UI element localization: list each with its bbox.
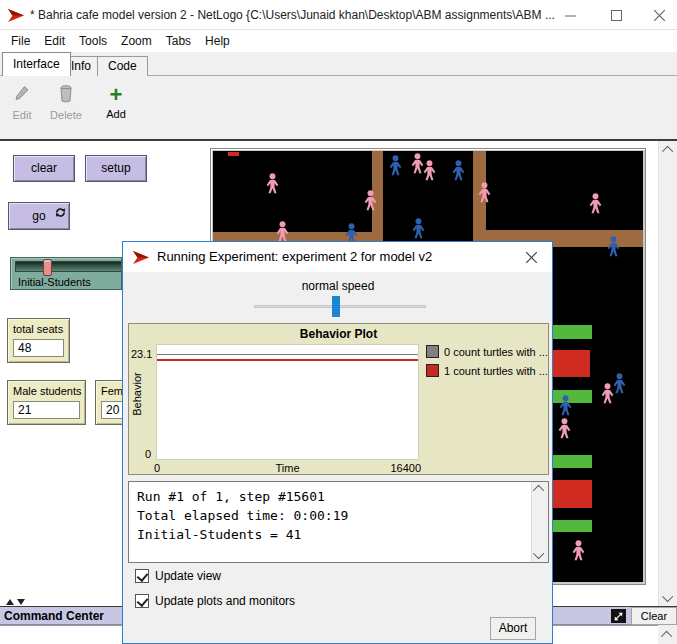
- plot-ytick-min: 0: [145, 448, 151, 460]
- command-center-splitter[interactable]: [6, 598, 36, 606]
- menu-edit[interactable]: Edit: [37, 30, 72, 52]
- close-button[interactable]: [641, 0, 677, 30]
- menu-bar: File Edit Tools Zoom Tabs Help: [0, 30, 677, 52]
- add-tool-label: Add: [96, 108, 136, 120]
- title-bar: * Bahria cafe model version 2 - NetLogo …: [0, 0, 677, 30]
- legend-swatch-gray: [426, 345, 439, 358]
- legend-swatch-red: [426, 364, 439, 377]
- pencil-icon: [14, 85, 30, 103]
- legend-label: 0 count turtles with ...: [444, 346, 548, 358]
- dialog-speed-label: normal speed: [253, 279, 423, 293]
- slider-label: Initial-Students: [18, 276, 91, 288]
- update-view-checkbox[interactable]: [135, 569, 149, 583]
- monitor-value: 21: [13, 401, 80, 419]
- maximize-button[interactable]: [598, 0, 634, 30]
- output-line: Initial-Students = 41: [137, 525, 540, 544]
- update-plots-row: Update plots and monitors: [135, 594, 295, 608]
- dialog-close-icon[interactable]: [516, 242, 546, 272]
- splitter-up-icon[interactable]: [6, 599, 14, 605]
- pink-person-agent: [363, 190, 378, 214]
- splitter-down-icon[interactable]: [17, 599, 25, 605]
- go-button-label: go: [32, 209, 45, 223]
- menu-tabs[interactable]: Tabs: [159, 30, 198, 52]
- dialog-title-bar: Running Experiment: experiment 2 for mod…: [123, 242, 552, 272]
- pink-person-agent: [265, 173, 280, 197]
- setup-button[interactable]: setup: [85, 155, 147, 182]
- plot-ylabel: Behavior: [131, 354, 143, 434]
- go-button[interactable]: go: [8, 202, 70, 230]
- plot-series-line: [157, 359, 418, 361]
- netlogo-logo-icon: [8, 8, 25, 26]
- netlogo-logo-icon: [133, 250, 150, 268]
- plot-xtick-max: 16400: [379, 462, 421, 474]
- running-experiment-dialog: Running Experiment: experiment 2 for mod…: [122, 241, 553, 644]
- menu-tools[interactable]: Tools: [72, 30, 114, 52]
- output-scrollbar[interactable]: [531, 482, 548, 562]
- total-seats-monitor: total seats 48: [7, 318, 70, 363]
- monitor-value: 48: [13, 339, 64, 357]
- dialog-speed-thumb[interactable]: [332, 296, 340, 317]
- menu-file[interactable]: File: [4, 30, 37, 52]
- pink-person-agent: [477, 182, 492, 206]
- legend-label: 1 count turtles with ...: [444, 365, 548, 377]
- plot-title: Behavior Plot: [129, 327, 548, 341]
- delete-tool-button[interactable]: Delete: [46, 85, 86, 121]
- pink-person-agent: [422, 160, 437, 184]
- pink-person-agent: [588, 193, 603, 217]
- add-tool-button[interactable]: + Add: [96, 85, 136, 120]
- slider-groove: [15, 261, 122, 272]
- menu-help[interactable]: Help: [198, 30, 237, 52]
- update-plots-label: Update plots and monitors: [155, 594, 295, 608]
- output-line: Total elapsed time: 0:00:19: [137, 506, 540, 525]
- command-center-scroll-up-icon[interactable]: [658, 625, 677, 644]
- scroll-up-icon[interactable]: [659, 141, 677, 158]
- tab-interface[interactable]: Interface: [2, 52, 71, 76]
- blue-person-agent: [411, 218, 426, 242]
- scroll-up-icon[interactable]: [532, 482, 548, 496]
- minimize-button[interactable]: [552, 0, 588, 30]
- monitor-label: total seats: [8, 319, 69, 335]
- blue-person-agent: [451, 160, 466, 184]
- update-view-label: Update view: [155, 569, 221, 583]
- plot-ytick-max: 23.1: [131, 348, 152, 360]
- update-plots-checkbox[interactable]: [135, 594, 149, 608]
- dialog-title: Running Experiment: experiment 2 for mod…: [157, 242, 432, 272]
- window-title: * Bahria cafe model version 2 - NetLogo …: [30, 0, 555, 30]
- edit-tool-label: Edit: [2, 109, 42, 121]
- scroll-down-icon[interactable]: [659, 589, 677, 606]
- legend-entry: 0 count turtles with ...: [426, 345, 548, 358]
- scroll-down-icon[interactable]: [532, 548, 548, 562]
- blue-person-agent: [558, 395, 573, 419]
- update-view-row: Update view: [135, 569, 221, 583]
- pink-person-agent: [557, 418, 572, 442]
- output-line: Run #1 of 1, step #15601: [137, 487, 540, 506]
- menu-zoom[interactable]: Zoom: [114, 30, 159, 52]
- abort-button[interactable]: Abort: [490, 617, 536, 640]
- delete-tool-label: Delete: [46, 109, 86, 121]
- command-center-title: Command Center: [4, 607, 104, 625]
- initial-students-slider[interactable]: Initial-Students: [10, 257, 122, 290]
- blue-person-agent: [388, 155, 403, 179]
- behavior-plot: Behavior Plot Behavior 23.1 0 0 Time 164…: [128, 323, 549, 475]
- command-center-expand-icon[interactable]: [611, 609, 626, 623]
- blue-person-agent: [606, 236, 621, 260]
- monitor-label: Male students: [8, 381, 85, 397]
- plot-series-line: [157, 354, 418, 356]
- command-center-clear-button[interactable]: Clear: [631, 607, 677, 625]
- plot-legend: 0 count turtles with ... 1 count turtles…: [426, 345, 548, 383]
- plus-icon: +: [96, 85, 136, 105]
- plot-area: [156, 344, 419, 460]
- forever-icon: [55, 201, 66, 227]
- tab-code[interactable]: Code: [97, 56, 148, 76]
- main-vertical-scrollbar[interactable]: [658, 141, 677, 606]
- netlogo-window: * Bahria cafe model version 2 - NetLogo …: [0, 0, 677, 644]
- dialog-speed-track[interactable]: [254, 305, 426, 308]
- edit-tool-button[interactable]: Edit: [2, 85, 42, 121]
- clear-button[interactable]: clear: [13, 155, 75, 182]
- trash-icon: [59, 85, 73, 103]
- pink-person-agent: [600, 383, 615, 407]
- red-seat: [228, 152, 239, 156]
- experiment-output[interactable]: Run #1 of 1, step #15601 Total elapsed t…: [128, 481, 549, 563]
- legend-entry: 1 count turtles with ...: [426, 364, 548, 377]
- slider-handle[interactable]: [43, 259, 52, 276]
